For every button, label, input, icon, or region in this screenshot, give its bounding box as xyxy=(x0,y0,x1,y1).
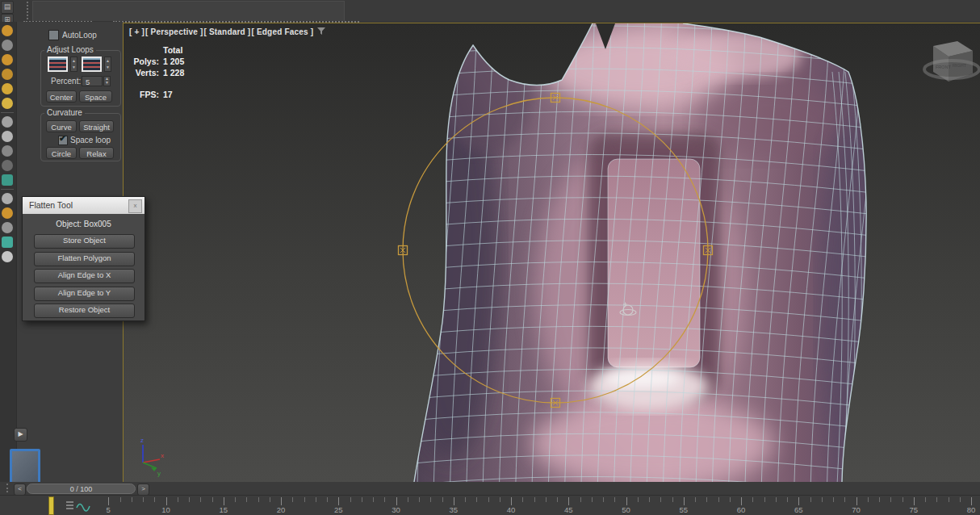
ruler-tick xyxy=(108,497,109,505)
curvature-title: Curvature xyxy=(44,108,85,117)
play-button[interactable]: ▶ xyxy=(14,428,27,442)
flatten-dialog-titlebar[interactable]: Flatten Tool xyxy=(23,197,144,214)
ruler-tick xyxy=(580,497,581,502)
stats-total-header: Total xyxy=(163,44,182,56)
loop-spinner-2[interactable]: ▲▼ xyxy=(104,57,111,72)
ruler-tick xyxy=(327,497,328,502)
ruler-tick xyxy=(442,497,443,502)
freeform-tool-2-icon[interactable] xyxy=(2,40,13,51)
ruler-tick xyxy=(292,497,293,502)
relax-button[interactable]: Relax xyxy=(79,147,114,159)
window-menu-icon[interactable]: ▤ xyxy=(1,1,14,14)
filter-funnel-icon[interactable] xyxy=(317,27,326,36)
ruler-tick xyxy=(235,497,236,502)
paint-box-icon[interactable] xyxy=(2,174,13,186)
viewport-label-segment-1[interactable]: [ Perspective ] xyxy=(145,27,203,36)
ruler-tick xyxy=(833,497,834,502)
left-toolbar xyxy=(0,22,17,484)
loop-preview-swatch-2[interactable] xyxy=(82,57,102,72)
selected-swatch[interactable] xyxy=(10,449,40,487)
viewcube-right-label: RIGHT xyxy=(953,63,967,68)
deform-blob-icon[interactable] xyxy=(2,222,13,233)
mini-curve-editor-button[interactable] xyxy=(61,497,98,514)
paint-sphere-4-icon[interactable] xyxy=(2,160,13,171)
ruler-tick xyxy=(316,497,316,502)
ruler-label: 35 xyxy=(449,505,458,514)
ruler-tick xyxy=(936,497,937,502)
paint-sphere-2-icon[interactable] xyxy=(2,131,13,142)
straight-button[interactable]: Straight xyxy=(79,120,114,132)
time-slider-row: < 0 / 100 > xyxy=(0,482,980,495)
ruler-tick xyxy=(868,497,869,502)
timeline-ruler[interactable]: 05101520253035404550556065707580 xyxy=(0,496,980,515)
ruler-tick xyxy=(500,497,500,502)
loop-preview-swatch-1[interactable] xyxy=(48,57,68,72)
ruler-label: 75 xyxy=(909,505,918,514)
previous-frame-button[interactable]: < xyxy=(14,484,26,496)
stats-fps-value: 17 xyxy=(163,89,173,100)
splatter-brush-icon[interactable] xyxy=(2,83,13,94)
viewport-label-segment-0[interactable]: [ + ] xyxy=(129,27,144,36)
toolbar-divider xyxy=(1,112,14,113)
conform-brush-icon[interactable] xyxy=(2,69,13,80)
sun-brush-icon[interactable] xyxy=(2,98,13,109)
close-icon[interactable]: x xyxy=(128,199,142,213)
ruler-tick xyxy=(810,497,811,502)
autoloop-checkbox[interactable] xyxy=(48,30,59,40)
deform-sphere-icon[interactable] xyxy=(2,193,13,204)
ruler-tick xyxy=(350,497,351,502)
toolbar-divider xyxy=(1,189,14,190)
ruler-tick xyxy=(706,497,707,502)
viewport[interactable]: FRONT RIGHT z x y [ + ][ Perspective ][ … xyxy=(123,23,980,483)
toolbar-drag-handle[interactable] xyxy=(27,2,31,19)
ruler-tick xyxy=(419,497,420,502)
ruler-label: 50 xyxy=(622,505,630,514)
app-window: ▤ ⊞ AutoLoop Adjust Loops ▲▼ ▲▼ Percent:… xyxy=(0,0,980,515)
freeform-tool-1-icon[interactable] xyxy=(2,25,13,36)
ruler-label: 55 xyxy=(679,505,688,514)
stats-fps-label: FPS: xyxy=(132,89,159,100)
deform-dots-icon[interactable] xyxy=(2,207,13,219)
ruler-tick xyxy=(281,497,282,505)
ruler-tick xyxy=(614,497,615,502)
align-edge-to-y-button[interactable]: Align Edge to Y xyxy=(34,287,135,301)
restore-object-button[interactable]: Restore Object xyxy=(34,304,135,318)
ruler-tick xyxy=(638,497,639,502)
space-loop-checkbox[interactable]: ✔ xyxy=(58,136,68,145)
next-frame-button[interactable]: > xyxy=(137,484,149,496)
viewport-label-segment-3[interactable]: [ Edged Faces ] xyxy=(251,27,313,36)
ruler-tick xyxy=(649,497,650,502)
center-button[interactable]: Center xyxy=(46,90,77,103)
circle-button[interactable]: Circle xyxy=(46,147,77,159)
align-edge-to-x-button[interactable]: Align Edge to X xyxy=(34,269,135,283)
percent-field[interactable]: 5 xyxy=(82,76,103,86)
deform-box-icon[interactable] xyxy=(2,237,13,248)
paint-sphere-3-icon[interactable] xyxy=(2,145,13,157)
ruler-tick xyxy=(534,497,535,502)
store-object-button[interactable]: Store Object xyxy=(34,234,135,249)
viewport-label-segment-2[interactable]: [ Standard ] xyxy=(203,27,250,36)
axis-x-label: x xyxy=(161,452,164,459)
flatten-polygon-button[interactable]: Flatten Polygon xyxy=(34,252,135,266)
paint-sphere-1-icon[interactable] xyxy=(2,116,13,128)
slider-drag-handle[interactable] xyxy=(6,484,8,492)
curvature-group: Curvature Curve Straight ✔ Space loop Ci… xyxy=(40,113,121,161)
ruler-label: 20 xyxy=(277,505,286,514)
viewport-canvas[interactable]: FRONT RIGHT z x y xyxy=(124,23,980,482)
top-toolbar: ▤ ⊞ xyxy=(0,0,980,23)
percent-spinner[interactable]: ▲▼ xyxy=(103,76,111,86)
freeform-strips-icon[interactable] xyxy=(2,54,13,65)
ruler-tick xyxy=(776,497,777,502)
space-button[interactable]: Space xyxy=(79,90,112,103)
current-frame-marker[interactable] xyxy=(48,496,54,515)
viewcube[interactable]: FRONT RIGHT xyxy=(924,41,979,82)
time-slider[interactable]: 0 / 100 xyxy=(27,484,136,494)
deform-half-icon[interactable] xyxy=(2,251,13,262)
curve-button[interactable]: Curve xyxy=(46,120,77,132)
loop-spinner-1[interactable]: ▲▼ xyxy=(70,57,77,72)
ruler-tick xyxy=(890,497,891,502)
flatten-tool-dialog: Flatten Tool x Object: Box005 Store Obje… xyxy=(22,196,145,321)
ruler-tick xyxy=(914,497,915,505)
mesh-object[interactable] xyxy=(402,23,888,482)
ruler-tick xyxy=(822,497,823,502)
